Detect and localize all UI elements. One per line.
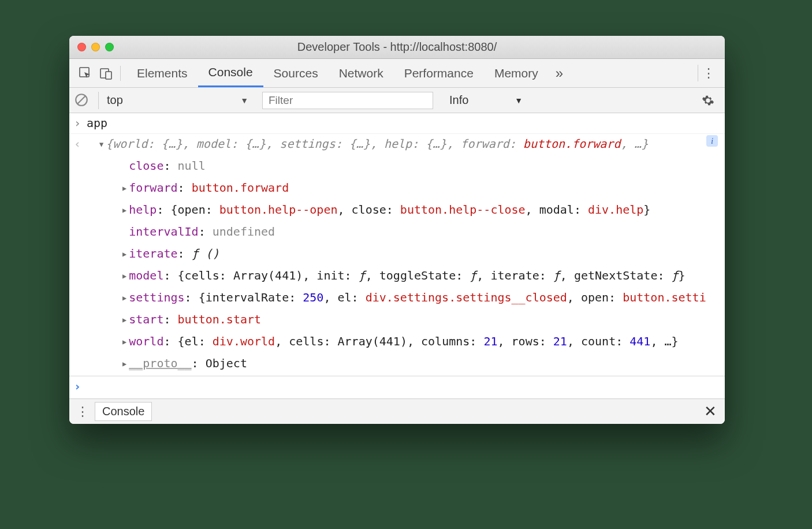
chevron-down-icon: ▼ xyxy=(240,96,248,105)
log-level-value: Info xyxy=(449,94,468,107)
console-prompt[interactable]: › xyxy=(69,376,725,397)
object-property[interactable]: intervalId: undefined xyxy=(69,222,725,244)
object-property[interactable]: model: {cells: Array(441), init: ƒ, togg… xyxy=(69,266,725,288)
object-property[interactable]: help: {open: button.help--open, close: b… xyxy=(69,200,725,222)
expand-caret-icon[interactable] xyxy=(122,356,129,370)
tab-console[interactable]: Console xyxy=(198,59,263,87)
window-title: Developer Tools - http://localhost:8080/ xyxy=(69,40,725,54)
drawer-menu-button[interactable]: ⋮ xyxy=(75,404,90,419)
tabs-overflow-button[interactable]: » xyxy=(549,65,570,81)
object-property[interactable]: forward: button.forward xyxy=(69,178,725,200)
filter-input[interactable] xyxy=(262,92,433,109)
console-input-echo: › app xyxy=(69,113,725,134)
expand-caret-icon[interactable] xyxy=(99,137,106,151)
inspect-element-icon[interactable] xyxy=(75,59,96,87)
device-toolbar-icon[interactable] xyxy=(96,59,117,87)
expand-caret-icon[interactable] xyxy=(122,269,129,282)
expand-caret-icon[interactable] xyxy=(122,181,129,195)
output-marker-icon: ‹ xyxy=(74,135,87,155)
console-output: › app ‹ {world: {…}, model: {…}, setting… xyxy=(69,113,725,398)
context-select-value: top xyxy=(107,94,123,107)
tab-performance[interactable]: Performance xyxy=(394,59,484,87)
chevron-down-icon: ▼ xyxy=(515,96,523,105)
drawer: ⋮ Console ✕ xyxy=(69,398,725,424)
devtools-menu-button[interactable]: ⋮ xyxy=(698,66,719,81)
console-object-summary[interactable]: ‹ {world: {…}, model: {…}, settings: {…}… xyxy=(69,134,725,156)
console-toolbar: top ▼ Info ▼ xyxy=(69,88,725,113)
object-property[interactable]: start: button.start xyxy=(69,310,725,331)
input-marker-icon: › xyxy=(74,114,87,132)
panel-tabbar: Elements Console Sources Network Perform… xyxy=(69,59,725,88)
titlebar: Developer Tools - http://localhost:8080/ xyxy=(69,36,725,59)
context-select[interactable]: top ▼ xyxy=(98,92,254,109)
clear-console-icon[interactable] xyxy=(74,92,90,109)
log-level-select[interactable]: Info ▼ xyxy=(441,94,523,107)
expand-caret-icon[interactable] xyxy=(122,290,129,304)
console-input-text: app xyxy=(87,114,720,132)
expand-caret-icon[interactable] xyxy=(122,312,129,326)
devtools-window: Developer Tools - http://localhost:8080/… xyxy=(69,36,725,424)
object-property[interactable]: iterate: ƒ () xyxy=(69,244,725,266)
drawer-tab-console[interactable]: Console xyxy=(95,402,152,421)
tab-memory[interactable]: Memory xyxy=(484,59,549,87)
tab-sources[interactable]: Sources xyxy=(263,59,329,87)
svg-rect-2 xyxy=(106,72,111,79)
console-settings-icon[interactable] xyxy=(702,94,720,107)
expand-caret-icon[interactable] xyxy=(122,203,129,217)
tab-elements[interactable]: Elements xyxy=(126,59,198,87)
object-property[interactable]: close: null xyxy=(69,156,725,178)
object-property[interactable]: __proto__: Object xyxy=(69,353,725,376)
prompt-marker-icon: › xyxy=(74,378,87,396)
expand-caret-icon[interactable] xyxy=(122,247,129,260)
tab-network[interactable]: Network xyxy=(329,59,394,87)
object-property[interactable]: settings: {intervalRate: 250, el: div.se… xyxy=(69,288,725,310)
drawer-close-icon[interactable]: ✕ xyxy=(704,403,719,420)
object-property[interactable]: world: {el: div.world, cells: Array(441)… xyxy=(69,331,725,353)
expand-caret-icon[interactable] xyxy=(122,334,129,348)
info-badge-icon[interactable]: i xyxy=(706,135,718,147)
